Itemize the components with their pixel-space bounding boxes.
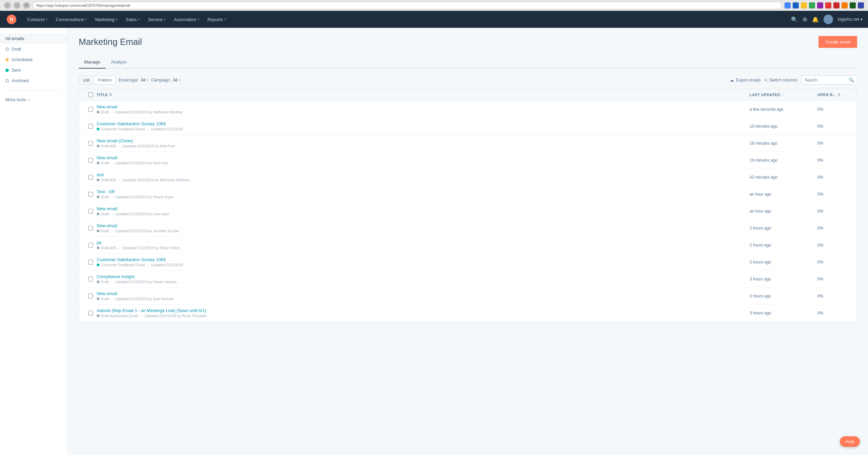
table-row[interactable]: Customer Satisfaction Survey 1066 Custom… <box>79 118 857 135</box>
back-button[interactable]: ← <box>4 2 11 9</box>
notifications-icon[interactable]: 🔔 <box>812 16 819 23</box>
email-type-chip[interactable]: All ▾ <box>141 78 148 83</box>
nav-item-marketing[interactable]: Marketing ▾ <box>91 11 121 28</box>
email-title-link[interactable]: New email (Clone) <box>97 138 750 143</box>
meta-separator: — <box>146 263 150 267</box>
email-title-link[interactable]: Test - SR <box>97 189 750 194</box>
table-row[interactable]: pk Draft A/B — Updated 5/22/2019 by Pete… <box>79 237 857 254</box>
folders-view-button[interactable]: Folders <box>94 76 116 84</box>
row-checkbox-7[interactable] <box>88 209 93 214</box>
account-name[interactable]: biglytics.net ▾ <box>838 17 863 22</box>
email-title-link[interactable]: New email <box>97 206 750 211</box>
sidebar-all-emails[interactable]: All emails <box>0 33 68 44</box>
table-row[interactable]: New email Draft — Updated 5/22/2019 by N… <box>79 152 857 169</box>
row-checkbox-1[interactable] <box>88 107 93 112</box>
email-title-link[interactable]: Compliance Insight <box>97 274 750 279</box>
email-title-link[interactable]: New email <box>97 104 750 109</box>
row-checkbox-3[interactable] <box>88 141 93 146</box>
forward-button[interactable]: → <box>14 2 20 9</box>
row-checkbox-13[interactable] <box>88 311 93 315</box>
status-dot <box>97 263 99 266</box>
email-title-link[interactable]: New email <box>97 291 750 296</box>
nav-item-automation[interactable]: Automation ▾ <box>170 11 203 28</box>
tab-manage[interactable]: Manage <box>79 56 106 69</box>
header-title[interactable]: TITLE ⇅ <box>97 93 750 97</box>
hubspot-logo[interactable]: H <box>5 13 18 25</box>
table-row[interactable]: New email Draft — Updated 5/22/2019 by L… <box>79 203 857 220</box>
table-row[interactable]: Compliance Insight Draft — Updated 5/22/… <box>79 271 857 288</box>
email-type: Customer Feedback Email <box>101 127 145 131</box>
switch-columns-button[interactable]: ≡ Switch columns <box>765 78 797 83</box>
sidebar-item-sent[interactable]: Sent <box>0 65 68 75</box>
campaign-chip[interactable]: All ▾ <box>173 78 180 83</box>
email-title-link[interactable]: pk <box>97 240 750 245</box>
nav-conversations-label: Conversations <box>56 17 84 22</box>
sidebar-item-archived[interactable]: Archived <box>0 75 68 86</box>
tab-analyze[interactable]: Analyze <box>106 56 132 69</box>
nav-item-contacts[interactable]: Contacts ▾ <box>23 11 52 28</box>
sidebar-sent-label: Sent <box>12 68 21 73</box>
table-row[interactable]: New email Draft — Updated 5/22/2019 by K… <box>79 288 857 305</box>
email-title-link[interactable]: test <box>97 172 750 177</box>
search-icon[interactable]: 🔍 <box>846 76 857 84</box>
row-checkbox-8[interactable] <box>88 226 93 231</box>
search-box[interactable]: 🔍 <box>801 75 857 85</box>
view-toggle: List Folders <box>79 76 116 85</box>
email-title-link[interactable]: Adzerk (Rep Email 1 - w/ Meetings Link) … <box>97 308 750 313</box>
email-title-link[interactable]: Customer Satisfaction Survey 1065 <box>97 257 750 262</box>
list-view-button[interactable]: List <box>79 76 94 84</box>
row-checkbox-9[interactable] <box>88 243 93 248</box>
row-checkbox-5[interactable] <box>88 175 93 180</box>
toolbar: List Folders Email type: All ▾ Campaign: <box>79 75 857 85</box>
row-checkbox-12[interactable] <box>88 294 93 298</box>
nav-item-reports[interactable]: Reports ▾ <box>203 11 230 28</box>
row-checkbox-6[interactable] <box>88 192 93 197</box>
user-avatar[interactable] <box>824 15 833 24</box>
url-bar[interactable]: https://app.hubspot.com/email/1976760/ma… <box>33 2 782 9</box>
export-button[interactable]: ☁ Export emails <box>730 78 761 83</box>
row-check <box>84 141 97 146</box>
email-update-meta: Updated 5/22/2019 by Daniel Jacobs <box>115 280 176 284</box>
email-meta: Draft — Updated 5/22/2019 by Nathaniel M… <box>97 110 750 114</box>
reload-button[interactable]: ⟳ <box>23 2 30 9</box>
sidebar-item-draft[interactable]: Draft <box>0 44 68 54</box>
status-dot <box>97 247 99 249</box>
nav-service-chevron: ▾ <box>164 18 166 21</box>
table-row[interactable]: Test - SR Draft — Updated 5/22/2019 by S… <box>79 186 857 203</box>
help-button[interactable]: Help <box>840 436 860 447</box>
table-row[interactable]: New email Draft — Updated 5/22/2019 by N… <box>79 101 857 118</box>
table-row[interactable]: New email Draft — Updated 5/22/2019 by J… <box>79 220 857 237</box>
select-all-checkbox[interactable] <box>88 92 93 97</box>
more-tools[interactable]: More tools ▾ <box>0 94 68 105</box>
meta-separator: — <box>110 212 114 216</box>
browser-bar: ← → ⟳ https://app.hubspot.com/email/1976… <box>0 0 868 11</box>
row-checkbox-11[interactable] <box>88 277 93 281</box>
sidebar-item-scheduled[interactable]: Scheduled <box>0 54 68 65</box>
create-email-button[interactable]: Create email <box>818 36 857 48</box>
search-icon[interactable]: 🔍 <box>791 16 798 23</box>
email-last-updated: 19 minutes ago <box>750 141 817 146</box>
email-title-link[interactable]: New email <box>97 155 750 160</box>
search-input[interactable] <box>802 76 846 84</box>
meta-separator: — <box>110 280 114 284</box>
row-checkbox-2[interactable] <box>88 124 93 129</box>
table-row[interactable]: Customer Satisfaction Survey 1065 Custom… <box>79 254 857 271</box>
email-update-meta: Updated 5/22/2019 by Jennifer Snyder <box>115 229 179 233</box>
settings-icon[interactable]: ⚙ <box>803 16 807 23</box>
row-checkbox-4[interactable] <box>88 158 93 163</box>
table-row[interactable]: test Draft A/B — Updated 5/22/2019 by Mi… <box>79 169 857 186</box>
email-meta: Draft — Updated 5/22/2019 by Lisa Kash <box>97 212 750 216</box>
email-title-link[interactable]: Customer Satisfaction Survey 1066 <box>97 121 750 126</box>
nav-item-conversations[interactable]: Conversations ▾ <box>52 11 91 28</box>
table-row[interactable]: New email (Clone) Draft A/B — Updated 5/… <box>79 135 857 152</box>
row-check <box>84 107 97 112</box>
header-last-updated[interactable]: LAST UPDATED ↓ <box>750 93 817 97</box>
row-checkbox-10[interactable] <box>88 260 93 265</box>
nav-item-sales[interactable]: Sales ▾ <box>122 11 144 28</box>
header-open-rate[interactable]: OPEN R... ⇅ <box>817 93 851 97</box>
table-row[interactable]: Adzerk (Rep Email 1 - w/ Meetings Link) … <box>79 305 857 321</box>
row-check <box>84 277 97 281</box>
email-title-link[interactable]: New email <box>97 223 750 228</box>
sidebar-scheduled-label: Scheduled <box>12 57 32 62</box>
nav-item-service[interactable]: Service ▾ <box>144 11 170 28</box>
